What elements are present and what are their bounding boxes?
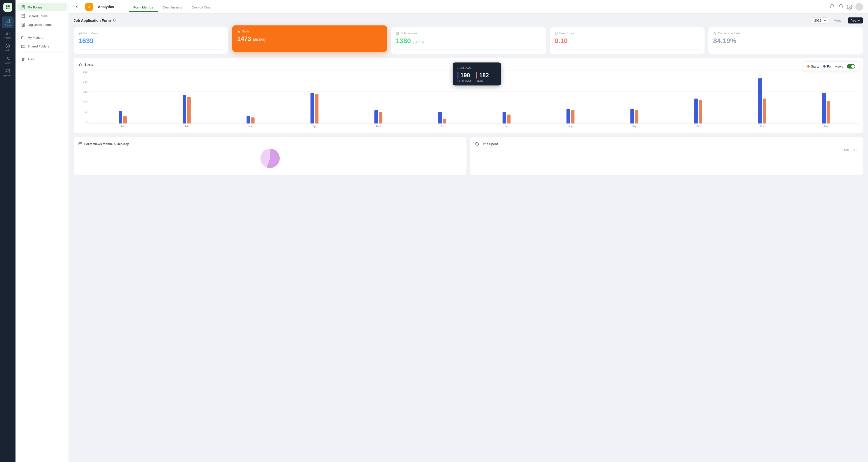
sidebar-item-my-folders[interactable]: My Folders [18, 33, 67, 42]
sidebar-label-my-folders: My Folders [28, 36, 43, 39]
top-bar: Analytics Form Metrics Deep Insights Dro… [69, 0, 868, 13]
sidebar-item-my-forms[interactable]: My Forms [18, 3, 67, 11]
month-label-dec: Dec [824, 125, 829, 128]
user-avatar[interactable] [856, 3, 863, 11]
svg-point-23 [23, 24, 24, 25]
bar-starts-nov[interactable] [763, 98, 766, 123]
chart-tooltip: April,2022 190 Form Views 182 [453, 62, 501, 86]
bar-form-views-dec[interactable] [822, 93, 826, 123]
bar-starts-apr[interactable] [315, 94, 318, 123]
metric-value-form-views: 1639 [79, 37, 223, 45]
tab-navigation: Form Metrics Deep Insights Drop-off Coun… [129, 3, 217, 11]
bar-form-views-oct[interactable] [694, 98, 698, 123]
bar-starts-mar[interactable] [251, 117, 254, 123]
month-label-feb: Feb [185, 125, 189, 128]
sidebar-item-shared-forms[interactable]: Shared Forms [18, 12, 67, 20]
month-group-feb: Feb [155, 70, 218, 123]
settings-icon[interactable] [847, 4, 852, 10]
metric-label-form-views: Form Views [79, 32, 223, 35]
svg-rect-3 [8, 7, 10, 9]
bar-starts-dec[interactable] [827, 101, 830, 123]
sidebar-item-trash[interactable]: Trash [18, 55, 67, 63]
tab-dropoff-count[interactable]: Drop-off Count [187, 4, 217, 11]
bar-form-views-jun[interactable] [438, 112, 442, 123]
month-label-nov: Nov [760, 125, 765, 128]
bar-form-views-apr[interactable] [310, 93, 314, 123]
form-views-color-dot [823, 65, 826, 67]
bar-starts-may[interactable] [379, 112, 382, 123]
bar-starts-feb[interactable] [187, 97, 191, 123]
metric-label-starts: Starts [237, 30, 382, 33]
bar-form-views-jan[interactable] [119, 111, 122, 123]
svg-line-38 [714, 32, 716, 35]
bar-form-views-nov[interactable] [758, 78, 762, 123]
bar-starts-aug[interactable] [571, 110, 575, 123]
sidebar-label-shared-forms: Shared Forms [28, 14, 48, 18]
metric-label-conversion-rate: Conversion Rate [713, 32, 858, 35]
bottom-row: Form Views Mobile & Desktop Time Spent M… [73, 137, 863, 175]
month-label-mar: Mar [248, 125, 253, 128]
nav-item-approvals[interactable]: Approvals [2, 67, 13, 79]
svg-point-36 [714, 32, 715, 33]
metric-card-starts: Starts 1473 (89.9%) [232, 25, 387, 52]
metric-cards-row: Form Views 1639 Starts 1473 (89.9%) S [73, 27, 863, 54]
metric-card-error-score: Error Score 0.10 [550, 27, 705, 54]
app-logo [3, 3, 12, 11]
y-label-300: 300 [83, 70, 87, 73]
tab-form-metrics[interactable]: Form Metrics [129, 4, 158, 11]
month-label-jun: Jun [440, 125, 444, 128]
month-label-oct: Oct [696, 125, 701, 128]
legend-toggle[interactable] [847, 64, 855, 68]
svg-rect-8 [6, 33, 7, 35]
sidebar-item-shared-folders[interactable]: Shared Folders [18, 42, 67, 50]
svg-rect-2 [6, 7, 7, 9]
metric-value-error-score: 0.10 [555, 37, 700, 45]
analytics-icon [85, 3, 93, 11]
nav-item-reports[interactable]: Reports [2, 29, 13, 41]
bar-form-views-aug[interactable] [566, 109, 570, 123]
bar-starts-sep[interactable] [635, 110, 639, 123]
sidebar-label-shared-folders: Shared Folders [28, 44, 49, 48]
tab-deep-insights[interactable]: Deep Insights [158, 4, 187, 11]
back-button[interactable] [73, 3, 81, 10]
year-select[interactable]: 2022 2021 2023 [812, 18, 828, 24]
sidebar-label-my-forms: My Forms [28, 6, 42, 9]
svg-marker-39 [79, 63, 82, 66]
sidebar-item-org-forms[interactable]: Org Users' Forms [18, 21, 67, 29]
bar-starts-jan[interactable] [123, 116, 127, 123]
sec-label: SEC [853, 149, 858, 152]
bar-form-views-mar[interactable] [247, 116, 250, 123]
bar-form-views-feb[interactable] [183, 95, 186, 123]
bar-form-views-sep[interactable] [630, 109, 634, 123]
bar-starts-jun[interactable] [443, 119, 446, 123]
month-group-mar: Mar [218, 70, 282, 123]
svg-point-37 [715, 34, 716, 35]
bar-form-views-july[interactable] [502, 112, 506, 123]
tooltip-form-views: 190 Form Views [458, 72, 471, 82]
nav-item-tasks[interactable]: Tasks [2, 42, 13, 53]
tooltip-starts-label: Starts [476, 79, 489, 82]
page-content: Job Application Form ↻ 2022 2021 2023 Mo… [69, 13, 868, 462]
tooltip-starts: 182 Starts [476, 72, 489, 82]
svg-rect-1 [8, 5, 10, 7]
metric-card-conversion-rate: Conversion Rate 84.19% [708, 27, 863, 54]
nav-item-users[interactable]: Users [2, 54, 13, 66]
y-axis: 300 240 180 120 60 0 [79, 70, 89, 123]
form-views-mobile-title: Form Views Mobile & Desktop [79, 142, 462, 146]
bar-starts-oct[interactable] [699, 100, 702, 123]
bar-starts-july[interactable] [507, 115, 510, 123]
form-views-mobile-card: Form Views Mobile & Desktop [73, 137, 466, 175]
yearly-button[interactable]: Yearly [848, 18, 863, 24]
bar-form-views-may[interactable] [374, 110, 378, 123]
alerts-icon[interactable] [838, 4, 844, 10]
svg-point-31 [80, 33, 81, 34]
y-label-180: 180 [83, 90, 87, 93]
metric-card-form-views: Form Views 1639 [73, 27, 228, 54]
sidebar-label-trash: Trash [28, 57, 36, 61]
notification-bell-icon[interactable] [829, 4, 835, 10]
month-button[interactable]: Month [830, 18, 846, 24]
donut-chart-preview [260, 149, 280, 168]
month-group-dec: Dec [795, 70, 858, 123]
nav-item-forms[interactable]: Forms [2, 17, 13, 28]
refresh-icon[interactable]: ↻ [113, 19, 116, 23]
